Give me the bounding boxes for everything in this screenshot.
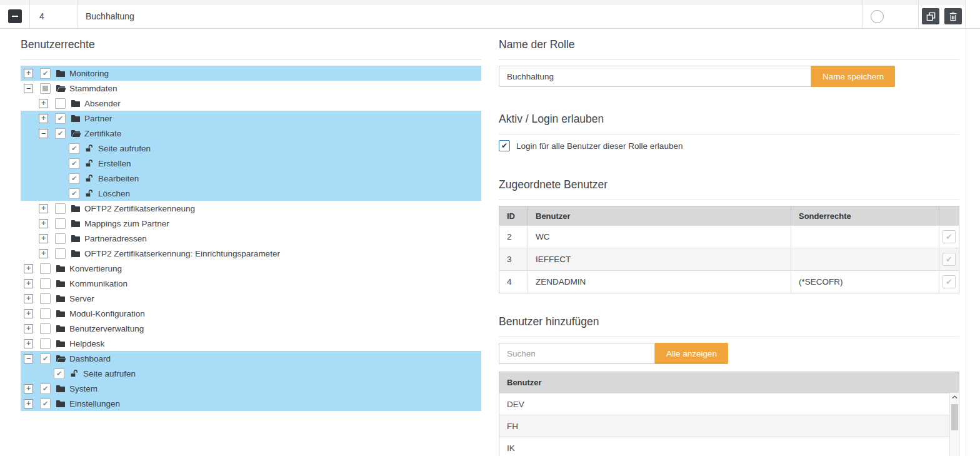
tree-checkbox[interactable] <box>55 203 66 214</box>
tree-item-label[interactable]: System <box>69 384 98 393</box>
assigned-user-checkbox[interactable]: ✔ <box>942 253 956 266</box>
tree-checkbox[interactable]: ✔ <box>55 128 66 139</box>
tree-row[interactable]: +Mappings zum Partner <box>21 216 481 231</box>
tree-checkbox[interactable]: ✔ <box>55 113 66 124</box>
tree-checkbox[interactable]: ✔ <box>69 173 79 184</box>
expand-node-toggle[interactable]: + <box>24 339 33 348</box>
tree-checkbox[interactable]: ✔ <box>69 143 79 154</box>
tree-row[interactable]: +Helpdesk <box>21 336 481 351</box>
expand-node-toggle[interactable]: + <box>39 114 48 123</box>
tree-item-label[interactable]: Konvertierung <box>69 264 122 273</box>
expand-node-toggle[interactable]: + <box>39 99 48 108</box>
collapse-row-button[interactable] <box>8 9 22 23</box>
expand-node-toggle[interactable]: + <box>24 309 33 318</box>
expand-node-toggle[interactable]: + <box>39 219 48 228</box>
show-all-users-button[interactable]: Alle anzeigen <box>655 343 728 364</box>
tree-item-label[interactable]: Dashboard <box>69 354 111 363</box>
tree-item-label[interactable]: Modul-Konfiguration <box>69 309 145 318</box>
tree-item-label[interactable]: Benutzerverwaltung <box>69 324 144 333</box>
login-checkbox[interactable]: ✔ <box>499 140 510 151</box>
tree-item-label[interactable]: Einstellungen <box>69 399 120 408</box>
tree-row[interactable]: +Server <box>21 291 481 306</box>
tree-checkbox[interactable] <box>40 338 51 349</box>
expand-node-toggle[interactable]: + <box>24 324 33 333</box>
tree-checkbox[interactable] <box>40 83 51 94</box>
tree-checkbox[interactable] <box>40 278 51 289</box>
tree-item-label[interactable]: Helpdesk <box>69 339 104 348</box>
tree-row[interactable]: +✔Monitoring <box>21 66 481 81</box>
tree-row[interactable]: ✔Bearbeiten <box>21 171 481 186</box>
tree-item-label[interactable]: Partneradressen <box>84 234 147 243</box>
tree-checkbox[interactable] <box>55 218 66 229</box>
tree-item-label[interactable]: OFTP2 Zertifikatserkenneung <box>84 204 195 213</box>
tree-item-label[interactable]: Kommunikation <box>69 279 128 288</box>
available-user-row[interactable]: IK <box>499 437 959 456</box>
collapse-node-toggle[interactable]: − <box>24 354 33 363</box>
tree-item-label[interactable]: Zertifikate <box>84 129 121 138</box>
tree-item-label[interactable]: Stammdaten <box>69 84 118 93</box>
tree-row[interactable]: +Kommunikation <box>21 276 481 291</box>
tree-item-label[interactable]: Mappings zum Partner <box>84 219 169 228</box>
tree-checkbox[interactable] <box>40 263 51 274</box>
tree-checkbox[interactable]: ✔ <box>54 368 64 379</box>
tree-row[interactable]: +OFTP2 Zertifikatserkenneung <box>21 201 481 216</box>
tree-checkbox[interactable] <box>40 293 51 304</box>
user-search-input[interactable] <box>499 343 655 364</box>
tree-item-label[interactable]: OFTP2 Zertifikatserkennung: Einrichtungs… <box>84 249 280 258</box>
tree-row[interactable]: ✔Seite aufrufen <box>21 366 481 381</box>
collapse-node-toggle[interactable]: − <box>39 129 48 138</box>
expand-node-toggle[interactable]: + <box>24 264 33 273</box>
tree-item-label[interactable]: Seite aufrufen <box>98 144 151 153</box>
tree-row[interactable]: +OFTP2 Zertifikatserkennung: Einrichtung… <box>21 246 481 261</box>
tree-row[interactable]: +Konvertierung <box>21 261 481 276</box>
role-select-radio[interactable] <box>871 10 884 23</box>
scrollbar-thumb[interactable] <box>951 404 958 430</box>
tree-row[interactable]: +Partneradressen <box>21 231 481 246</box>
assigned-user-checkbox[interactable]: ✔ <box>942 230 956 243</box>
tree-item-label[interactable]: Erstellen <box>98 159 131 168</box>
expand-node-toggle[interactable]: + <box>39 234 48 243</box>
tree-item-label[interactable]: Bearbeiten <box>98 174 139 183</box>
tree-row[interactable]: ✔Seite aufrufen <box>21 141 481 156</box>
tree-row[interactable]: −✔Dashboard <box>21 351 481 366</box>
role-name-input[interactable] <box>499 66 811 87</box>
tree-row[interactable]: +✔System <box>21 381 481 396</box>
collapse-node-toggle[interactable]: − <box>24 84 33 93</box>
tree-checkbox[interactable] <box>55 248 66 259</box>
tree-row[interactable]: +✔Partner <box>21 111 481 126</box>
tree-row[interactable]: +Benutzerverwaltung <box>21 321 481 336</box>
tree-checkbox[interactable]: ✔ <box>40 383 51 394</box>
tree-checkbox[interactable]: ✔ <box>40 68 51 79</box>
tree-row[interactable]: −Stammdaten <box>21 81 481 96</box>
tree-row[interactable]: −✔Zertifikate <box>21 126 481 141</box>
tree-checkbox[interactable]: ✔ <box>40 398 51 409</box>
tree-row[interactable]: ✔Erstellen <box>21 156 481 171</box>
available-user-row[interactable]: FH <box>499 415 959 437</box>
save-name-button[interactable]: Name speichern <box>811 66 895 87</box>
delete-role-button[interactable] <box>944 8 962 24</box>
tree-item-label[interactable]: Server <box>69 294 94 303</box>
tree-item-label[interactable]: Monitoring <box>69 69 109 78</box>
tree-checkbox[interactable]: ✔ <box>69 188 79 199</box>
expand-node-toggle[interactable]: + <box>24 279 33 288</box>
tree-row[interactable]: +Absender <box>21 96 481 111</box>
expand-node-toggle[interactable]: + <box>24 399 33 408</box>
copy-role-button[interactable] <box>922 8 939 24</box>
tree-checkbox[interactable] <box>55 98 66 109</box>
tree-checkbox[interactable] <box>55 233 66 244</box>
list-scrollbar[interactable] <box>949 393 959 456</box>
tree-item-label[interactable]: Absender <box>84 99 121 108</box>
tree-checkbox[interactable]: ✔ <box>69 158 79 169</box>
tree-item-label[interactable]: Seite aufrufen <box>83 369 136 378</box>
tree-checkbox[interactable] <box>40 323 51 334</box>
tree-row[interactable]: +Modul-Konfiguration <box>21 306 481 321</box>
scroll-up-icon[interactable] <box>952 395 958 399</box>
tree-checkbox[interactable]: ✔ <box>40 353 51 364</box>
available-user-row[interactable]: DEV <box>499 393 959 415</box>
expand-node-toggle[interactable]: + <box>24 69 33 78</box>
tree-row[interactable]: +✔Einstellungen <box>21 396 481 411</box>
expand-node-toggle[interactable]: + <box>24 294 33 303</box>
tree-item-label[interactable]: Löschen <box>98 189 130 198</box>
expand-node-toggle[interactable]: + <box>39 249 48 258</box>
expand-node-toggle[interactable]: + <box>39 204 48 213</box>
